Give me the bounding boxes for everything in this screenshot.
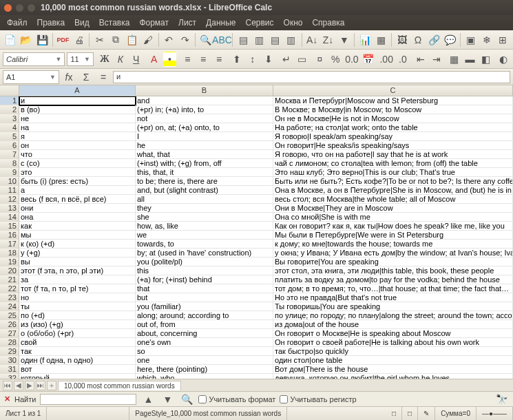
underline-button[interactable]: Ч	[129, 52, 143, 67]
cell[interactable]: and, but (slight contrast)	[136, 186, 273, 195]
name-box[interactable]: A1 ▼	[3, 70, 59, 84]
cell[interactable]: по улице; по городу; по плану|along the …	[273, 311, 513, 320]
cell[interactable]: он	[19, 141, 136, 150]
cell[interactable]: как	[19, 222, 136, 231]
cell[interactable]: на	[19, 123, 136, 132]
row-header[interactable]: 13	[0, 204, 19, 213]
menu-insert[interactable]: Вставка	[99, 18, 130, 28]
undo-button[interactable]: ↶	[162, 32, 176, 48]
cell[interactable]: but	[136, 293, 273, 302]
cell[interactable]: к дому; ко мне|towards the house; toward…	[273, 240, 513, 249]
row-header[interactable]: 19	[0, 258, 19, 266]
table-row[interactable]: 1иandМосква и Петербург|Moscow and St Pe…	[0, 96, 513, 105]
find-prev-button[interactable]: ▲	[140, 392, 156, 407]
freeze-button[interactable]: ❄	[479, 32, 494, 48]
row-header[interactable]: 1	[0, 96, 19, 105]
table-row[interactable]: 24тыyou (familiar)Ты говоришь|You are sp…	[0, 302, 513, 311]
row-header[interactable]: 28	[0, 338, 19, 347]
status-pagestyle[interactable]: PageStyle_10,000 most common russian wor…	[129, 407, 287, 420]
date-button[interactable]: 📅	[362, 52, 375, 67]
status-selection-mode[interactable]: □	[402, 407, 418, 420]
cell[interactable]: by; at (used in 'have' construction)	[136, 249, 273, 258]
row-header[interactable]: 26	[0, 320, 19, 329]
cell[interactable]: к (ко) (+d)	[19, 240, 136, 249]
row-header[interactable]: 2	[0, 105, 19, 114]
tab-last-button[interactable]: ⏭	[36, 381, 45, 390]
special-char-button[interactable]: Ω	[410, 32, 425, 48]
row-header[interactable]: 27	[0, 329, 19, 338]
cell[interactable]: быть (i) (pres: есть)	[19, 177, 136, 186]
cell[interactable]: you (polite/pl)	[136, 258, 273, 266]
row-header[interactable]: 12	[0, 195, 19, 204]
cell[interactable]: Я говорю|I speak/am speaking/say	[273, 132, 513, 141]
del-decimal-button[interactable]: .0	[396, 52, 410, 67]
table-row[interactable]: 27о (об/обо) (+pr)about, concerningОн го…	[0, 329, 513, 338]
cell[interactable]: тот (f та, n то, pl те)	[19, 284, 136, 293]
percent-button[interactable]: %	[328, 52, 342, 67]
cell[interactable]: платить за водку за домом|to pay for the…	[273, 275, 513, 284]
add-sheet-button[interactable]: ＋	[47, 381, 56, 390]
cell[interactable]: девушка, которую он любит|the girl whom …	[273, 374, 513, 379]
table-row[interactable]: 7чтоwhat, thatЯ говорю, что он на работе…	[0, 150, 513, 159]
cell[interactable]: here, there (pointing)	[136, 365, 273, 374]
row-delete-button[interactable]: ▤	[268, 32, 282, 48]
align-center-button[interactable]: ≡	[196, 52, 210, 67]
row-header[interactable]: 4	[0, 123, 19, 132]
row-header[interactable]: 24	[0, 302, 19, 311]
autofilter-button[interactable]: ▼	[337, 32, 351, 48]
cut-button[interactable]: ✂	[92, 32, 107, 48]
comment-button[interactable]: 💬	[443, 32, 457, 48]
cell[interactable]: (+pr) on, at; (+a) onto, to	[136, 123, 273, 132]
border-color-button[interactable]: ◧	[479, 52, 492, 67]
cell[interactable]: я	[19, 132, 136, 141]
zoom-slider[interactable]: —●——	[477, 407, 513, 420]
sum-button[interactable]: Σ	[78, 70, 94, 85]
cell[interactable]: за	[19, 275, 136, 284]
add-decimal-button[interactable]: .00	[379, 52, 393, 67]
cell[interactable]: Быть или не быть?; Есть кофе?|To be or n…	[273, 177, 513, 186]
cell[interactable]: из (изо) (+g)	[19, 320, 136, 329]
font-size-combo[interactable]: 11 ▼	[67, 52, 94, 66]
cell[interactable]: which, who	[136, 374, 273, 379]
cell[interactable]: весь (f вся, n всё, pl все)	[19, 195, 136, 204]
cell[interactable]: ты	[19, 302, 136, 311]
cell[interactable]: а	[19, 186, 136, 195]
cell[interactable]: along; around; according to	[136, 311, 273, 320]
table-row[interactable]: 2в (во)(+pr) in; (+a) into, toВ Москве; …	[0, 105, 513, 114]
cell[interactable]: у (+g)	[19, 249, 136, 258]
table-row[interactable]: 28свойone's ownОн говорит о своей работе…	[0, 338, 513, 347]
close-find-button[interactable]: ✕	[4, 395, 10, 403]
align-right-button[interactable]: ≡	[212, 52, 226, 67]
col-insert-button[interactable]: ▥	[252, 32, 266, 48]
cell[interactable]: about, concerning	[136, 329, 273, 338]
cell[interactable]: свой	[19, 338, 136, 347]
cell[interactable]: так	[19, 347, 136, 356]
cell[interactable]: так быстро|so quickly	[273, 347, 513, 356]
row-header[interactable]: 10	[0, 177, 19, 186]
cell[interactable]: one's own	[136, 338, 273, 347]
paste-button[interactable]: 📋	[125, 32, 139, 48]
sort-asc-button[interactable]: A↓	[305, 32, 320, 48]
cond-format-button[interactable]: ◐	[496, 52, 510, 67]
row-header[interactable]: 22	[0, 284, 19, 293]
table-row[interactable]: 25по (+d)along; around; according toпо у…	[0, 311, 513, 320]
menu-help[interactable]: Справка	[312, 18, 344, 28]
chart-button[interactable]: 📊	[357, 32, 372, 48]
cell[interactable]: В Москве; в Москву|in Moscow; to Moscow	[273, 105, 513, 114]
row-header[interactable]: 30	[0, 356, 19, 365]
cell[interactable]: this, that, it	[136, 168, 273, 177]
table-row[interactable]: 3неnotОн не в Москве|He is not in Moscow	[0, 114, 513, 123]
status-signature[interactable]: ✎	[418, 407, 435, 420]
row-header[interactable]: 11	[0, 186, 19, 195]
cell[interactable]: из дома|out of the house	[273, 320, 513, 329]
table-row[interactable]: 29такsoтак быстро|so quickly	[0, 347, 513, 356]
bold-button[interactable]: Ж	[98, 52, 112, 67]
cell[interactable]: (+a) for; (+inst) behind	[136, 275, 273, 284]
cell[interactable]: Он говорит о Москве|He is speaking about…	[273, 329, 513, 338]
currency-button[interactable]: ¤	[313, 52, 326, 67]
cell[interactable]: Они в Москве|They are in Moscow	[273, 204, 513, 213]
headers-button[interactable]: ▣	[463, 32, 478, 48]
row-header[interactable]: 5	[0, 132, 19, 141]
row-header[interactable]: 25	[0, 311, 19, 320]
table-row[interactable]: 6онheОн говорит|He speaks/is speaking/sa…	[0, 141, 513, 150]
